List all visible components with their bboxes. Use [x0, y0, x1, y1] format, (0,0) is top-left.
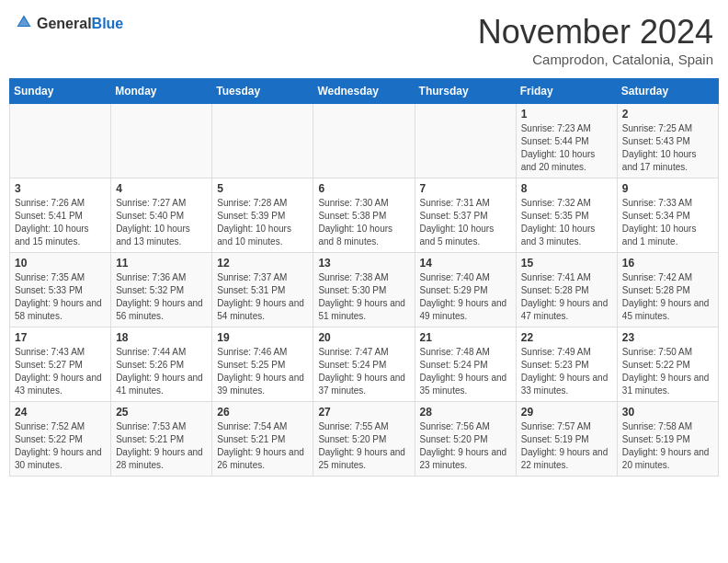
svg-marker-1: [18, 17, 29, 26]
day-info: Sunrise: 7:33 AM Sunset: 5:34 PM Dayligh…: [622, 197, 713, 248]
day-info: Sunrise: 7:26 AM Sunset: 5:41 PM Dayligh…: [15, 197, 106, 248]
day-number: 6: [318, 182, 409, 195]
day-info: Sunrise: 7:23 AM Sunset: 5:44 PM Dayligh…: [521, 122, 612, 174]
weekday-header-wednesday: Wednesday: [313, 79, 415, 104]
day-number: 16: [622, 257, 713, 270]
day-info: Sunrise: 7:42 AM Sunset: 5:28 PM Dayligh…: [622, 271, 713, 323]
day-number: 26: [217, 406, 308, 419]
day-info: Sunrise: 7:25 AM Sunset: 5:43 PM Dayligh…: [622, 122, 713, 174]
day-cell: [10, 104, 111, 178]
day-number: 14: [420, 257, 511, 270]
day-info: Sunrise: 7:36 AM Sunset: 5:32 PM Dayligh…: [116, 271, 207, 323]
weekday-header-tuesday: Tuesday: [212, 79, 313, 104]
day-number: 17: [15, 331, 106, 344]
day-cell: [212, 104, 313, 178]
day-cell: 30Sunrise: 7:58 AM Sunset: 5:19 PM Dayli…: [617, 402, 718, 477]
day-number: 13: [318, 257, 409, 270]
day-number: 10: [15, 257, 106, 270]
day-info: Sunrise: 7:57 AM Sunset: 5:19 PM Dayligh…: [521, 420, 612, 472]
day-cell: 7Sunrise: 7:31 AM Sunset: 5:37 PM Daylig…: [415, 178, 516, 253]
day-number: 28: [420, 406, 511, 419]
day-number: 11: [116, 257, 207, 270]
day-cell: 27Sunrise: 7:55 AM Sunset: 5:20 PM Dayli…: [313, 402, 415, 477]
day-info: Sunrise: 7:38 AM Sunset: 5:30 PM Dayligh…: [318, 271, 409, 323]
day-number: 8: [521, 182, 612, 195]
day-number: 2: [622, 108, 713, 121]
weekday-header-thursday: Thursday: [415, 79, 516, 104]
week-row-5: 24Sunrise: 7:52 AM Sunset: 5:22 PM Dayli…: [10, 402, 719, 477]
week-row-4: 17Sunrise: 7:43 AM Sunset: 5:27 PM Dayli…: [10, 327, 719, 402]
day-info: Sunrise: 7:50 AM Sunset: 5:22 PM Dayligh…: [622, 346, 713, 397]
day-number: 23: [622, 331, 713, 344]
day-number: 9: [622, 182, 713, 195]
day-info: Sunrise: 7:44 AM Sunset: 5:26 PM Dayligh…: [116, 346, 207, 397]
day-info: Sunrise: 7:58 AM Sunset: 5:19 PM Dayligh…: [622, 420, 713, 472]
day-number: 25: [116, 406, 207, 419]
day-info: Sunrise: 7:53 AM Sunset: 5:21 PM Dayligh…: [116, 420, 207, 472]
day-info: Sunrise: 7:35 AM Sunset: 5:33 PM Dayligh…: [15, 271, 106, 323]
day-number: 18: [116, 331, 207, 344]
day-cell: 3Sunrise: 7:26 AM Sunset: 5:41 PM Daylig…: [10, 178, 111, 253]
day-cell: 6Sunrise: 7:30 AM Sunset: 5:38 PM Daylig…: [313, 178, 415, 253]
day-cell: 17Sunrise: 7:43 AM Sunset: 5:27 PM Dayli…: [10, 327, 111, 402]
day-number: 12: [217, 257, 308, 270]
calendar-table: SundayMondayTuesdayWednesdayThursdayFrid…: [9, 78, 719, 477]
day-info: Sunrise: 7:52 AM Sunset: 5:22 PM Dayligh…: [15, 420, 106, 472]
day-number: 7: [420, 182, 511, 195]
day-cell: 24Sunrise: 7:52 AM Sunset: 5:22 PM Dayli…: [10, 402, 111, 477]
day-number: 4: [116, 182, 207, 195]
day-info: Sunrise: 7:41 AM Sunset: 5:28 PM Dayligh…: [521, 271, 612, 323]
day-number: 21: [420, 331, 511, 344]
day-number: 27: [318, 406, 409, 419]
day-info: Sunrise: 7:46 AM Sunset: 5:25 PM Dayligh…: [217, 346, 308, 397]
day-number: 22: [521, 331, 612, 344]
day-cell: 18Sunrise: 7:44 AM Sunset: 5:26 PM Dayli…: [111, 327, 212, 402]
day-cell: [313, 104, 415, 178]
day-cell: 16Sunrise: 7:42 AM Sunset: 5:28 PM Dayli…: [617, 253, 718, 327]
day-info: Sunrise: 7:37 AM Sunset: 5:31 PM Dayligh…: [217, 271, 308, 323]
logo-general: GeneralBlue: [37, 16, 123, 32]
day-cell: 11Sunrise: 7:36 AM Sunset: 5:32 PM Dayli…: [111, 253, 212, 327]
day-info: Sunrise: 7:28 AM Sunset: 5:39 PM Dayligh…: [217, 197, 308, 248]
location-subtitle: Camprodon, Catalonia, Spain: [478, 52, 713, 67]
day-number: 3: [15, 182, 106, 195]
week-row-2: 3Sunrise: 7:26 AM Sunset: 5:41 PM Daylig…: [10, 178, 719, 253]
weekday-header-monday: Monday: [111, 79, 212, 104]
day-cell: 19Sunrise: 7:46 AM Sunset: 5:25 PM Dayli…: [212, 327, 313, 402]
day-cell: 1Sunrise: 7:23 AM Sunset: 5:44 PM Daylig…: [516, 104, 617, 178]
day-info: Sunrise: 7:27 AM Sunset: 5:40 PM Dayligh…: [116, 197, 207, 248]
day-cell: 23Sunrise: 7:50 AM Sunset: 5:22 PM Dayli…: [617, 327, 718, 402]
page-header: GeneralBlue November 2024 Camprodon, Cat…: [9, 9, 719, 71]
weekday-header-sunday: Sunday: [10, 79, 111, 104]
day-cell: 13Sunrise: 7:38 AM Sunset: 5:30 PM Dayli…: [313, 253, 415, 327]
day-info: Sunrise: 7:48 AM Sunset: 5:24 PM Dayligh…: [420, 346, 511, 397]
day-info: Sunrise: 7:30 AM Sunset: 5:38 PM Dayligh…: [318, 197, 409, 248]
day-info: Sunrise: 7:32 AM Sunset: 5:35 PM Dayligh…: [521, 197, 612, 248]
month-title: November 2024: [478, 13, 713, 52]
day-number: 5: [217, 182, 308, 195]
calendar-title-area: November 2024 Camprodon, Catalonia, Spai…: [478, 13, 713, 67]
day-cell: 29Sunrise: 7:57 AM Sunset: 5:19 PM Dayli…: [516, 402, 617, 477]
day-cell: 4Sunrise: 7:27 AM Sunset: 5:40 PM Daylig…: [111, 178, 212, 253]
day-cell: [111, 104, 212, 178]
weekday-header-row: SundayMondayTuesdayWednesdayThursdayFrid…: [10, 79, 719, 104]
day-cell: 28Sunrise: 7:56 AM Sunset: 5:20 PM Dayli…: [415, 402, 516, 477]
day-info: Sunrise: 7:49 AM Sunset: 5:23 PM Dayligh…: [521, 346, 612, 397]
logo-icon: [15, 13, 33, 31]
day-cell: 5Sunrise: 7:28 AM Sunset: 5:39 PM Daylig…: [212, 178, 313, 253]
day-cell: 15Sunrise: 7:41 AM Sunset: 5:28 PM Dayli…: [516, 253, 617, 327]
day-number: 20: [318, 331, 409, 344]
day-info: Sunrise: 7:56 AM Sunset: 5:20 PM Dayligh…: [420, 420, 511, 472]
day-cell: 20Sunrise: 7:47 AM Sunset: 5:24 PM Dayli…: [313, 327, 415, 402]
day-cell: 21Sunrise: 7:48 AM Sunset: 5:24 PM Dayli…: [415, 327, 516, 402]
day-info: Sunrise: 7:43 AM Sunset: 5:27 PM Dayligh…: [15, 346, 106, 397]
week-row-1: 1Sunrise: 7:23 AM Sunset: 5:44 PM Daylig…: [10, 104, 719, 178]
day-cell: 12Sunrise: 7:37 AM Sunset: 5:31 PM Dayli…: [212, 253, 313, 327]
day-info: Sunrise: 7:40 AM Sunset: 5:29 PM Dayligh…: [420, 271, 511, 323]
day-number: 15: [521, 257, 612, 270]
day-number: 1: [521, 108, 612, 121]
day-number: 30: [622, 406, 713, 419]
day-number: 19: [217, 331, 308, 344]
day-info: Sunrise: 7:54 AM Sunset: 5:21 PM Dayligh…: [217, 420, 308, 472]
day-cell: 25Sunrise: 7:53 AM Sunset: 5:21 PM Dayli…: [111, 402, 212, 477]
